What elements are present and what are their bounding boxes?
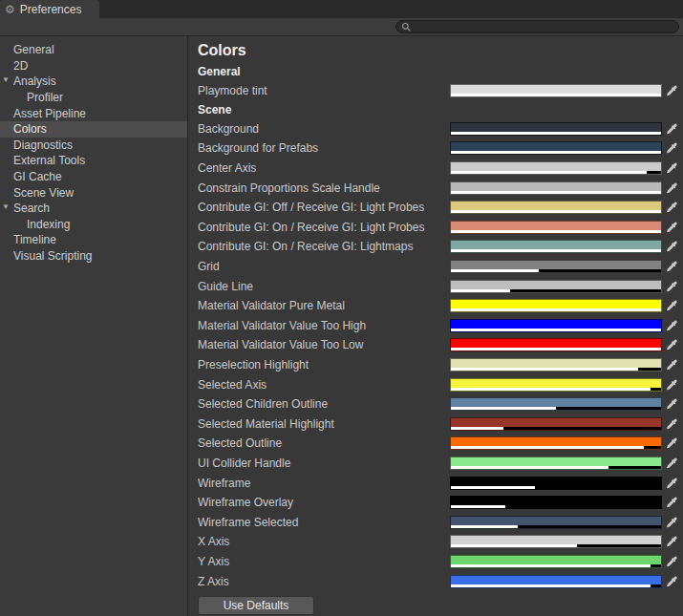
eyedropper-button[interactable] [662,279,679,294]
color-row-guide-line: Guide Line [198,276,679,296]
alpha-bar [451,151,661,154]
eyedropper-button[interactable] [662,435,679,451]
color-swatch[interactable] [450,378,662,392]
sidebar-item-2d[interactable]: 2D [0,58,187,74]
color-swatch[interactable] [450,181,662,195]
eyedropper-button[interactable] [662,140,679,156]
search-box[interactable] [395,20,679,33]
expander-arrow-icon[interactable]: ▼ [2,203,10,211]
eyedropper-button[interactable] [662,495,679,510]
color-swatch[interactable] [450,161,662,175]
sidebar-item-label: Colors [13,122,47,136]
sidebar-item-external-tools[interactable]: External Tools [0,153,187,169]
color-row-grid: Grid [198,257,679,277]
eyedropper-button[interactable] [662,476,679,491]
alpha-bar [451,584,661,587]
color-setting-label: Z Axis [198,575,450,588]
sidebar-item-timeline[interactable]: Timeline [0,232,187,248]
sidebar-item-label: Profiler [27,91,63,104]
color-swatch[interactable] [450,319,662,332]
color-swatch[interactable] [450,221,662,234]
alpha-bar [451,564,661,567]
eyedropper-button[interactable] [662,220,679,235]
color-setting-label: Wireframe [198,477,450,490]
color-swatch[interactable] [450,280,662,293]
eyedropper-button[interactable] [662,121,679,137]
eyedropper-button[interactable] [662,574,679,589]
sidebar: General2D▼AnalysisProfilerAsset Pipeline… [0,36,188,616]
sidebar-item-colors[interactable]: Colors [0,121,187,138]
eyedropper-button[interactable] [662,337,679,352]
color-swatch[interactable] [450,457,662,470]
color-swatch[interactable] [450,477,662,490]
sidebar-item-search[interactable]: ▼Search [0,201,187,217]
sidebar-item-profiler[interactable]: Profiler [0,90,187,106]
search-input[interactable] [416,21,672,32]
color-swatch[interactable] [450,338,662,351]
eyedropper-button[interactable] [662,160,679,176]
sidebar-item-scene-view[interactable]: Scene View [0,184,187,201]
eyedropper-button[interactable] [662,377,679,393]
color-row-selected-material-highlight: Selected Material Highlight [198,414,679,435]
eyedropper-button[interactable] [662,83,679,98]
eyedropper-button[interactable] [662,534,679,549]
sidebar-item-analysis[interactable]: ▼Analysis [0,74,187,90]
expander-arrow-icon[interactable]: ▼ [2,76,10,84]
eyedropper-button[interactable] [662,515,679,530]
color-swatch[interactable] [450,436,662,450]
color-setting-label: X Axis [198,535,450,548]
search-icon [401,22,412,32]
eyedropper-button[interactable] [662,396,679,412]
alpha-bar [451,289,661,292]
color-swatch[interactable] [450,535,662,548]
color-row-selected-outline: Selected Outline [198,434,679,454]
eyedropper-button[interactable] [662,318,679,333]
eyedropper-button[interactable] [662,456,679,471]
eyedropper-button[interactable] [662,416,679,432]
color-swatch[interactable] [450,358,662,372]
color-swatch[interactable] [450,299,662,312]
eyedropper-button[interactable] [662,298,679,313]
color-setting-label: Center Axis [198,161,450,175]
eyedropper-button[interactable] [662,239,679,254]
sidebar-item-label: Analysis [13,74,56,88]
color-swatch[interactable] [450,141,662,155]
use-defaults-button[interactable]: Use Defaults [198,596,314,615]
eyedropper-button[interactable] [662,259,679,274]
color-row-selected-children-outline: Selected Children Outline [198,394,679,414]
color-swatch[interactable] [450,201,662,214]
color-swatch[interactable] [450,555,662,568]
color-swatch[interactable] [450,260,662,273]
color-swatch[interactable] [450,397,662,411]
sidebar-item-asset-pipeline[interactable]: Asset Pipeline [0,105,187,121]
color-setting-label: Material Validator Value Too High [198,319,450,332]
color-swatch[interactable] [450,516,662,529]
eyedropper-button[interactable] [662,181,679,196]
alpha-bar [451,210,661,213]
sidebar-item-label: Indexing [27,218,70,231]
sidebar-item-visual-scripting[interactable]: Visual Scripting [0,248,187,265]
color-setting-label: Constrain Proportions Scale Handle [198,181,450,195]
sidebar-item-label: Asset Pipeline [13,107,86,120]
color-swatch[interactable] [450,575,662,588]
window-body: General2D▼AnalysisProfilerAsset Pipeline… [0,36,683,616]
color-swatch[interactable] [450,240,662,253]
color-swatch[interactable] [450,417,662,431]
sidebar-item-general[interactable]: General [0,42,187,58]
sidebar-item-gi-cache[interactable]: GI Cache [0,169,187,185]
color-row-ui-collider-handle: UI Collider Handle [198,454,679,474]
sidebar-item-indexing[interactable]: Indexing [0,217,187,233]
sidebar-item-label: Search [13,202,50,215]
alpha-bar [451,94,661,96]
color-swatch[interactable] [450,496,662,509]
tab-preferences[interactable]: ⚙ Preferences [0,0,99,18]
color-row-selected-axis: Selected Axis [198,374,679,394]
tab-strip: ⚙ Preferences [0,0,683,18]
color-swatch[interactable] [450,84,662,97]
eyedropper-button[interactable] [662,200,679,215]
color-swatch[interactable] [450,122,662,136]
eyedropper-button[interactable] [662,357,679,372]
sidebar-item-diagnostics[interactable]: Diagnostics [0,138,187,154]
eyedropper-button[interactable] [662,554,679,569]
settings-panel: Colors GeneralPlaymode tintSceneBackgrou… [188,36,683,616]
